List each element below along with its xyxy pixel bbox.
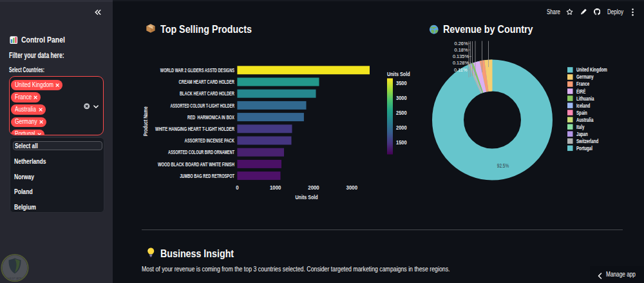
svg-text:WHITE HANGING HEART T-LIGHT HO: WHITE HANGING HEART T-LIGHT HOLDER bbox=[155, 126, 234, 132]
svg-text:3000: 3000 bbox=[396, 95, 407, 101]
svg-text:2500: 2500 bbox=[396, 110, 407, 116]
svg-text:WOOD BLACK BOARD ANT WHITE FIN: WOOD BLACK BOARD ANT WHITE FINISH bbox=[158, 161, 234, 168]
svg-text:Switzerland: Switzerland bbox=[576, 138, 598, 144]
svg-text:RED HARMONICA IN BOX: RED HARMONICA IN BOX bbox=[187, 114, 234, 121]
svg-text:Units Sold: Units Sold bbox=[296, 194, 318, 200]
svg-text:3000: 3000 bbox=[346, 184, 358, 191]
svg-text:Iceland: Iceland bbox=[576, 102, 590, 109]
svg-text:Japan: Japan bbox=[576, 131, 588, 137]
svg-text:BLACK HEART CARD HOLDER: BLACK HEART CARD HOLDER bbox=[180, 90, 234, 97]
svg-text:0: 0 bbox=[236, 184, 239, 191]
svg-text:United Kingdom: United Kingdom bbox=[576, 66, 607, 73]
svg-text:0.11%: 0.11% bbox=[454, 67, 468, 73]
svg-text:ASSORTED INCENSE PACK: ASSORTED INCENSE PACK bbox=[185, 137, 235, 144]
svg-text:3500: 3500 bbox=[396, 80, 407, 86]
svg-text:0.128%: 0.128% bbox=[453, 60, 469, 66]
svg-text:LEGIT APP: LEGIT APP bbox=[8, 277, 22, 280]
svg-text:France: France bbox=[576, 81, 589, 87]
svg-text:Italy: Italy bbox=[576, 124, 585, 130]
svg-text:Portugal: Portugal bbox=[576, 145, 592, 151]
svg-text:Australia: Australia bbox=[576, 117, 594, 123]
svg-text:Units Sold: Units Sold bbox=[387, 71, 410, 77]
svg-text:2000: 2000 bbox=[308, 184, 319, 191]
svg-text:Product Name: Product Name bbox=[142, 106, 149, 136]
svg-text:ÉIRÉ: ÉIRÉ bbox=[576, 88, 586, 95]
svg-text:1000: 1000 bbox=[270, 184, 281, 191]
svg-text:0.135%: 0.135% bbox=[453, 54, 469, 59]
svg-text:2000: 2000 bbox=[396, 124, 407, 131]
svg-text:JUMBO BAG RED RETROSPOT: JUMBO BAG RED RETROSPOT bbox=[180, 173, 234, 179]
svg-text:CREAM HEART CARD HOLDER: CREAM HEART CARD HOLDER bbox=[179, 79, 235, 85]
svg-text:ASSORTED COLOUR BIRD ORNAMENT: ASSORTED COLOUR BIRD ORNAMENT bbox=[168, 149, 234, 155]
svg-text:Germany: Germany bbox=[576, 73, 594, 80]
svg-text:1500: 1500 bbox=[396, 139, 407, 146]
svg-text:0.18%: 0.18% bbox=[455, 47, 468, 53]
svg-text:Lithuania: Lithuania bbox=[576, 95, 594, 102]
svg-text:Spain: Spain bbox=[576, 110, 587, 116]
svg-text:WORLD WAR 2 GLIDERS ASSTD DESI: WORLD WAR 2 GLIDERS ASSTD DESIGNS bbox=[160, 67, 234, 73]
svg-text:92.5%: 92.5% bbox=[497, 162, 509, 169]
svg-text:0.26%: 0.26% bbox=[455, 41, 468, 46]
svg-text:ASSORTED COLOUR T-LIGHT HOLDER: ASSORTED COLOUR T-LIGHT HOLDER bbox=[171, 102, 235, 109]
